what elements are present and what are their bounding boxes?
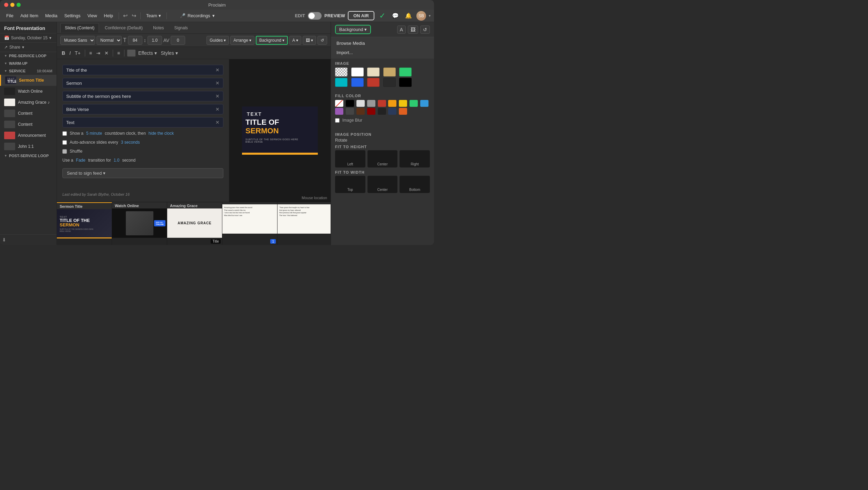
field-bible-verse-close-icon[interactable]: ✕ bbox=[215, 106, 220, 112]
fill-swatch-purple[interactable] bbox=[335, 108, 343, 115]
image-icon-button[interactable]: 🖼 bbox=[408, 25, 418, 34]
bold-button[interactable]: B bbox=[60, 50, 67, 57]
browse-media-item[interactable]: Browse Media bbox=[331, 39, 434, 48]
pre-service-loop-header[interactable]: ▼ PRE-SERVICE LOOP bbox=[0, 52, 57, 60]
redo-button[interactable]: ↪ bbox=[130, 12, 138, 20]
guides-button[interactable]: Guides ▾ bbox=[206, 36, 229, 45]
sidebar-item-amazing-grace[interactable]: Amazing Grace ♪ bbox=[0, 97, 57, 108]
warm-up-header[interactable]: ▼ WARM-UP bbox=[0, 60, 57, 67]
menu-view[interactable]: View bbox=[84, 12, 100, 20]
shuffle-checkbox[interactable] bbox=[62, 149, 67, 154]
tracking-input[interactable] bbox=[171, 36, 185, 45]
transition-duration-link[interactable]: 1.0 bbox=[114, 158, 120, 163]
fill-swatch-black[interactable] bbox=[346, 100, 354, 107]
fill-swatch-gray[interactable] bbox=[367, 100, 375, 107]
sidebar-date[interactable]: 📅 Sunday, October 15 ▾ bbox=[0, 33, 57, 43]
bottom-card-watch-online[interactable]: Watch Online join usONLINE bbox=[112, 202, 167, 245]
color-button[interactable] bbox=[127, 50, 135, 57]
bottom-card-sermon-title[interactable]: Sermon Title TEXT TITLE OF THE SERMON SU… bbox=[57, 202, 112, 245]
status-check-icon[interactable]: ✓ bbox=[377, 11, 387, 21]
bible-verse-input[interactable] bbox=[66, 107, 213, 112]
menu-file[interactable]: File bbox=[3, 12, 16, 20]
fill-swatch-green[interactable] bbox=[410, 100, 418, 107]
image-button[interactable]: 🖼 ▾ bbox=[303, 36, 316, 45]
font-family-select[interactable]: Museo Sans bbox=[60, 36, 95, 45]
window-controls[interactable] bbox=[4, 3, 21, 7]
text-format-button[interactable]: T+ bbox=[73, 50, 82, 57]
user-avatar[interactable]: SB bbox=[416, 11, 426, 21]
fit-width-top[interactable]: Top bbox=[335, 176, 365, 193]
font-style-select[interactable]: Normal bbox=[97, 36, 122, 45]
styles-button[interactable]: Styles ▾ bbox=[160, 50, 179, 57]
background-button[interactable]: Background ▾ bbox=[256, 36, 288, 45]
background-dropdown-button[interactable]: Background ▾ bbox=[335, 25, 371, 34]
text-icon-button[interactable]: A bbox=[397, 25, 406, 34]
fill-swatch-blue[interactable] bbox=[420, 100, 428, 107]
auto-advance-seconds-link[interactable]: 3 seconds bbox=[121, 140, 140, 145]
image-blur-checkbox[interactable] bbox=[335, 118, 340, 123]
tab-notes[interactable]: Notes bbox=[149, 23, 168, 33]
font-size-input[interactable] bbox=[128, 36, 142, 45]
align-button[interactable]: ≡ bbox=[116, 50, 121, 57]
text-box-button[interactable]: A ▾ bbox=[289, 36, 301, 45]
send-to-sign-button[interactable]: Send to sign feed ▾ bbox=[62, 168, 223, 178]
subtitle-input[interactable] bbox=[66, 94, 213, 99]
fit-height-right[interactable]: Right bbox=[400, 150, 430, 167]
refresh-icon-button[interactable]: ↺ bbox=[420, 25, 430, 34]
on-air-button[interactable]: ON AIR bbox=[348, 11, 374, 20]
text-input[interactable] bbox=[66, 120, 213, 125]
maximize-button[interactable] bbox=[17, 3, 21, 7]
effects-button[interactable]: Effects ▾ bbox=[137, 50, 158, 57]
close-button[interactable] bbox=[4, 3, 8, 7]
fit-height-center[interactable]: Center bbox=[367, 150, 398, 167]
sidebar-item-sermon-title[interactable]: TEXT TITLE Sermon Title bbox=[0, 75, 57, 86]
image-swatch-tan[interactable] bbox=[383, 68, 396, 76]
post-service-loop-header[interactable]: ▼ POST-SERVICE LOOP bbox=[0, 152, 57, 160]
bottom-card-lyrics-1[interactable]: Amazing grace how sweet the sound That s… bbox=[222, 202, 277, 245]
title-of-input[interactable] bbox=[66, 68, 213, 73]
image-swatch-blue[interactable] bbox=[351, 78, 364, 87]
fill-swatch-none[interactable] bbox=[335, 100, 343, 107]
menu-help[interactable]: Help bbox=[101, 12, 116, 20]
italic-button[interactable]: I bbox=[68, 50, 72, 57]
fill-swatch-brown[interactable] bbox=[356, 108, 365, 115]
bottom-card-lyrics-2[interactable]: 'Twas grace that taught my heart to fear… bbox=[277, 202, 331, 245]
fill-swatch-yellow[interactable] bbox=[399, 100, 407, 107]
sidebar-item-watch-online[interactable]: Watch Online bbox=[0, 86, 57, 97]
line-height-input[interactable] bbox=[148, 36, 162, 45]
chat-icon[interactable]: 💬 bbox=[390, 11, 401, 21]
notification-bell-icon[interactable]: 🔔 bbox=[403, 11, 414, 21]
sidebar-item-content-2[interactable]: Content bbox=[0, 119, 57, 130]
tab-confidence[interactable]: Confidence (Default) bbox=[100, 23, 147, 33]
image-swatch-teal[interactable] bbox=[335, 78, 347, 87]
fill-swatch-darkred[interactable] bbox=[367, 108, 375, 115]
sidebar-item-john[interactable]: John 1:1 bbox=[0, 141, 57, 152]
undo-button[interactable]: ↩ bbox=[122, 12, 129, 20]
minimize-button[interactable] bbox=[10, 3, 14, 7]
arrange-button[interactable]: Arrange ▾ bbox=[230, 36, 254, 45]
image-swatch-green[interactable] bbox=[399, 68, 412, 76]
countdown-minutes-link[interactable]: 5 minute bbox=[86, 131, 102, 136]
service-header[interactable]: ▼ SERVICE 10:00AM bbox=[0, 67, 57, 75]
image-swatch-cream[interactable] bbox=[367, 68, 380, 76]
image-swatch-red[interactable] bbox=[367, 78, 380, 87]
edit-preview-toggle[interactable] bbox=[308, 12, 322, 20]
fit-width-center[interactable]: Center bbox=[367, 176, 398, 193]
image-swatch-white[interactable] bbox=[351, 68, 364, 76]
auto-advance-checkbox[interactable] bbox=[62, 140, 67, 145]
fill-swatch-navy[interactable] bbox=[388, 108, 396, 115]
image-swatch-checker[interactable] bbox=[335, 68, 347, 76]
clear-format-button[interactable]: ✕ bbox=[103, 50, 110, 57]
bottom-card-amazing-grace[interactable]: Amazing Grace AMAZING GRACE Title bbox=[167, 202, 222, 245]
sidebar-share[interactable]: ↗ Share ▾ bbox=[0, 43, 57, 52]
fit-height-left[interactable]: Left bbox=[335, 150, 365, 167]
import-item[interactable]: Import... bbox=[331, 48, 434, 57]
fill-swatch-lightgray[interactable] bbox=[356, 100, 365, 107]
menu-settings[interactable]: Settings bbox=[61, 12, 83, 20]
tab-signals[interactable]: Signals bbox=[170, 23, 192, 33]
field-title-close-icon[interactable]: ✕ bbox=[215, 67, 220, 73]
field-text-close-icon[interactable]: ✕ bbox=[215, 120, 220, 125]
hide-clock-link[interactable]: hide the clock bbox=[149, 131, 174, 136]
field-subtitle-close-icon[interactable]: ✕ bbox=[215, 93, 220, 99]
fit-width-bottom[interactable]: Bottom bbox=[400, 176, 430, 193]
